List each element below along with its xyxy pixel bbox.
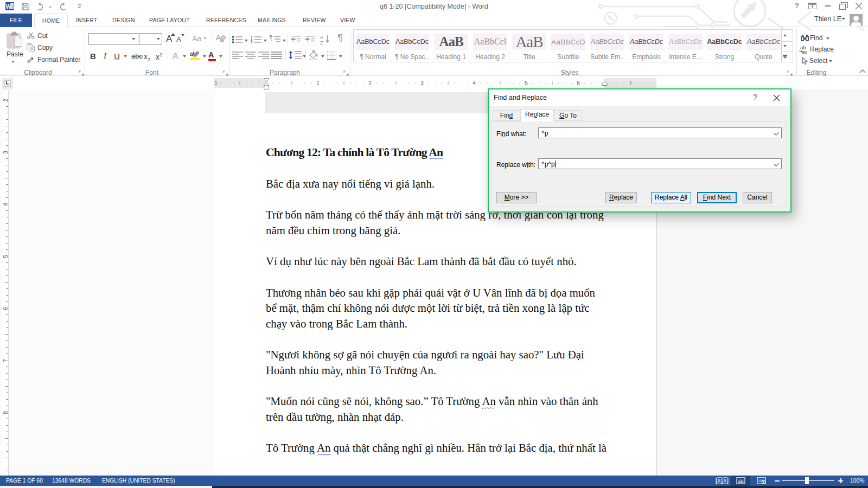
svg-text:4: 4 [473,80,476,86]
svg-text:3: 3 [420,80,424,86]
svg-text:A: A [320,35,323,40]
svg-text:ac: ac [802,49,807,54]
svg-text:7: 7 [629,80,632,86]
svg-text:W: W [6,3,11,10]
svg-text:1: 1 [214,80,218,86]
svg-text:i: i [271,38,272,42]
svg-text:5: 5 [525,80,528,86]
svg-text:Z: Z [320,40,323,45]
svg-text:3: 3 [251,41,253,43]
svg-text:2: 2 [368,80,372,86]
svg-text:6: 6 [577,80,580,86]
svg-text:1: 1 [316,80,320,86]
svg-text:A: A [173,51,178,60]
